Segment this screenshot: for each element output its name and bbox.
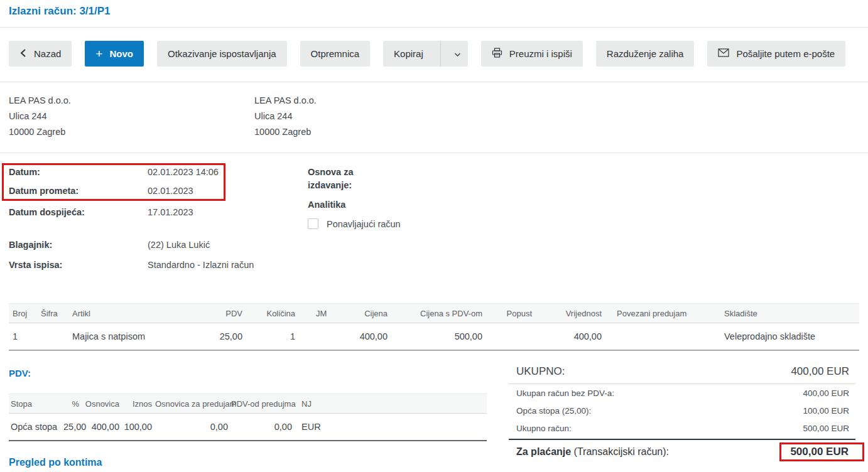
download-print-button[interactable]: Preuzmi i ispiši: [481, 41, 583, 67]
ukupno-label: UKUPNO:: [516, 365, 565, 378]
cancel-issuing-label: Otkazivanje ispostavljanja: [168, 48, 276, 59]
totals-payable-row: Za plaćanje (Transakcijski račun): 500,0…: [509, 439, 855, 461]
col-header-popust: Popust: [486, 304, 536, 323]
items-header-row: Broj Šifra Artikl PDV Količina JM Cijena…: [9, 304, 859, 323]
new-button-label: Novo: [109, 48, 133, 59]
ukupno-value: 400,00 EUR: [791, 365, 849, 378]
opca-stopa-label: Opća stopa (25,00):: [516, 406, 591, 416]
buyer-street: Ulica 244: [254, 109, 317, 124]
item-sifra: [37, 323, 68, 350]
pdv-od-predujma: 0,00: [231, 414, 295, 441]
recurring-invoice-checkbox-row[interactable]: Ponavljajući račun: [308, 218, 401, 229]
plus-icon: +: [95, 48, 102, 60]
datum-prometa-label: Datum prometa:: [9, 186, 144, 196]
recurring-invoice-checkbox[interactable]: [308, 218, 318, 229]
col-header-jm: JM: [312, 304, 339, 323]
buyer-address-block: LEA PAS d.o.o. Ulica 244 10000 Zagreb: [254, 93, 317, 140]
invoice-detail-page: Izlazni račun: 3/1/P1 Nazad + Novo Otkaz…: [0, 0, 868, 472]
toolbar: Nazad + Novo Otkazivanje ispostavljanja …: [9, 41, 845, 67]
pdv-nj: EUR: [295, 414, 487, 441]
datum-label: Datum:: [9, 167, 144, 177]
pdv-header-row: Stopa % Osnovica Iznos Osnovica za predu…: [9, 394, 487, 414]
payable-label: Za plaćanje (Transakcijski račun):: [516, 446, 669, 458]
send-email-label: Pošaljite putem e-pošte: [736, 48, 835, 59]
seller-name: LEA PAS d.o.o.: [9, 93, 71, 109]
chevron-down-icon: [454, 48, 461, 59]
stock-writeoff-label: Razduženje zaliha: [607, 48, 684, 59]
pdv-table: Stopa % Osnovica Iznos Osnovica za predu…: [9, 394, 487, 441]
col-header-artikl: Artikl: [68, 304, 163, 323]
totals-row-ukupno-racun: Ukupno račun: 500,00 EUR: [509, 419, 855, 437]
pdv-postotak: 25,00: [63, 414, 82, 441]
item-cijena: 400,00: [339, 323, 391, 350]
invoice-items-table: Broj Šifra Artikl PDV Količina JM Cijena…: [9, 303, 859, 351]
seller-address-block: LEA PAS d.o.o. Ulica 244 10000 Zagreb: [9, 93, 71, 140]
totals-panel: UKUPNO: 400,00 EUR Ukupan račun bez PDV-…: [509, 363, 855, 461]
item-vrijednost: 400,00: [536, 323, 605, 350]
analitika-label: Analitika: [308, 200, 345, 210]
item-artikl: Majica s natpisom: [68, 323, 163, 350]
divider: [0, 82, 868, 82]
new-button[interactable]: + Novo: [85, 41, 144, 67]
ukupno-racun-value: 500,00 EUR: [803, 424, 849, 433]
col-header-nj: NJ: [295, 394, 487, 414]
col-header-pdv-od-predujma: PDV-od predujma: [231, 394, 295, 414]
buyer-city: 10000 Zagreb: [254, 124, 317, 140]
pdv-iznos: 100,00: [122, 414, 155, 441]
seller-city: 10000 Zagreb: [9, 124, 71, 140]
vrsta-ispisa-label: Vrsta ispisa:: [9, 260, 144, 270]
back-button-label: Nazad: [34, 48, 61, 59]
stock-writeoff-button[interactable]: Razduženje zaliha: [596, 41, 695, 67]
item-pdv: 25,00: [163, 323, 246, 350]
col-header-cijena-s-pdv: Cijena s PDV-om: [391, 304, 486, 323]
pdv-row: Opća stopa 25,00 400,00 100,00 0,00 0,00…: [9, 414, 487, 441]
divider: [0, 27, 868, 28]
total-highlight-box: 500,00 EUR: [779, 442, 864, 461]
col-header-povezani-predujam: Povezani predujam: [605, 304, 720, 323]
item-skladiste: Veleprodajno skladište: [720, 323, 859, 350]
item-povezani-predujam: [605, 323, 720, 350]
col-header-osnovica-za-predujam: Osnovica za predujam: [155, 394, 231, 414]
printer-icon: [492, 48, 502, 60]
totals-row-bez-pdv: Ukupan račun bez PDV-a: 400,00 EUR: [509, 384, 855, 402]
accounts-overview-link[interactable]: Pregled po kontima: [9, 457, 102, 468]
col-header-postotak: %: [63, 394, 82, 414]
delivery-note-button[interactable]: Otpremnica: [300, 41, 371, 67]
blagajnik-value: (22) Luka Lukić: [148, 240, 411, 250]
col-header-vrijednost: Vrijednost: [536, 304, 605, 323]
col-header-pdv: PDV: [163, 304, 246, 323]
ukupno-racun-label: Ukupno račun:: [516, 424, 572, 433]
bez-pdv-value: 400,00 EUR: [803, 389, 849, 398]
seller-street: Ulica 244: [9, 109, 71, 124]
copy-button-label: Kopiraj: [394, 48, 423, 59]
col-header-osnovica: Osnovica: [82, 394, 122, 414]
pdv-section-link[interactable]: PDV:: [9, 368, 31, 378]
cancel-issuing-button[interactable]: Otkazivanje ispostavljanja: [157, 41, 287, 67]
osnova-za-izdavanje-label: Osnova za izdavanje:: [308, 166, 378, 192]
opca-stopa-value: 100,00 EUR: [803, 406, 849, 416]
copy-button[interactable]: Kopiraj: [383, 41, 468, 67]
col-header-stopa: Stopa: [9, 394, 63, 414]
col-header-broj: Broj: [9, 304, 37, 323]
recurring-invoice-label: Ponavljajući račun: [327, 219, 401, 229]
pdv-osnovica-za-predujam: 0,00: [155, 414, 231, 441]
buyer-name: LEA PAS d.o.o.: [254, 93, 317, 109]
col-header-iznos: Iznos: [122, 394, 155, 414]
download-print-label: Preuzmi i ispiši: [509, 48, 572, 59]
col-header-cijena: Cijena: [339, 304, 391, 323]
page-title: Izlazni račun: 3/1/P1: [9, 5, 111, 18]
back-button[interactable]: Nazad: [9, 41, 72, 67]
blagajnik-label: Blagajnik:: [9, 240, 144, 250]
item-jm: [312, 323, 339, 350]
copy-dropdown-toggle[interactable]: [448, 48, 468, 59]
item-popust: [486, 323, 536, 350]
send-email-button[interactable]: Pošaljite putem e-pošte: [707, 41, 845, 67]
totals-ukupno-row: UKUPNO: 400,00 EUR: [509, 363, 855, 384]
bez-pdv-label: Ukupan račun bez PDV-a:: [516, 389, 614, 398]
datum-dospijeca-label: Datum dospijeća:: [9, 207, 144, 217]
chevron-left-icon: [19, 48, 27, 60]
divider: [0, 153, 868, 153]
col-header-skladiste: Skladište: [720, 304, 859, 323]
delivery-note-label: Otpremnica: [311, 48, 360, 59]
item-row: 1 Majica s natpisom 25,00 1 400,00 500,0…: [9, 323, 859, 350]
